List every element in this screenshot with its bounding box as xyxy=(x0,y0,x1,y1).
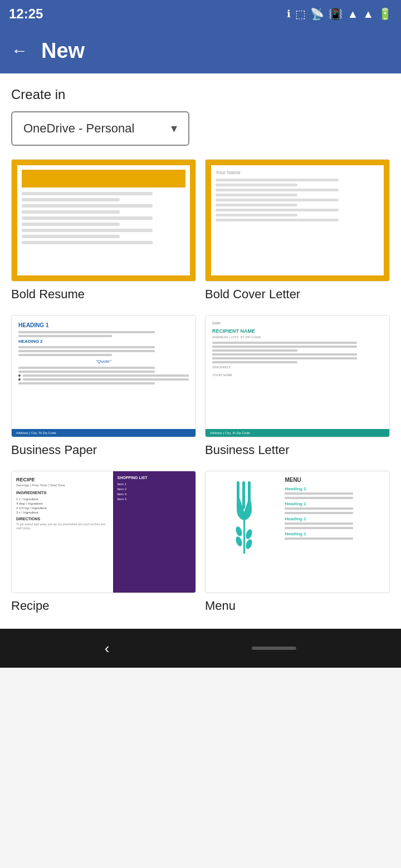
recipe-preview: RECIPE Servings | Prep Time | Total Time… xyxy=(11,471,196,593)
chevron-down-icon: ▾ xyxy=(171,121,177,136)
bold-cover-preview: Your Name xyxy=(205,159,390,282)
recipe-label: Recipe xyxy=(11,599,196,615)
signal-icon: ℹ xyxy=(287,8,291,20)
business-letter-preview: Date RECIPIENT NAME ADDRESS | CITY, ST Z… xyxy=(205,315,390,437)
svg-point-5 xyxy=(234,536,243,547)
screenshot-icon: ⬚ xyxy=(295,7,306,21)
status-icons: ℹ ⬚ 📡 📳 ▲ ▲ 🔋 xyxy=(287,7,392,21)
svg-point-6 xyxy=(244,539,253,550)
status-bar: 12:25 ℹ ⬚ 📡 📳 ▲ ▲ 🔋 xyxy=(0,0,401,28)
cast-icon: 📡 xyxy=(310,7,324,21)
business-letter-label: Business Letter xyxy=(205,443,390,460)
menu-preview: MENU Heading 1 Heading 1 Heading 1 Headi… xyxy=(205,471,390,593)
battery-icon: 🔋 xyxy=(378,7,392,21)
template-menu[interactable]: MENU Heading 1 Heading 1 Heading 1 Headi… xyxy=(205,471,390,615)
wifi-icon: ▲ xyxy=(347,8,358,21)
location-dropdown[interactable]: OneDrive - Personal ▾ xyxy=(11,111,189,146)
home-indicator[interactable] xyxy=(252,647,296,650)
svg-point-3 xyxy=(234,526,243,537)
bold-resume-preview xyxy=(11,159,196,282)
vibrate-icon: 📳 xyxy=(329,7,343,21)
template-business-letter[interactable]: Date RECIPIENT NAME ADDRESS | CITY, ST Z… xyxy=(205,315,390,460)
template-bold-cover-letter[interactable]: Your Name Bold Cover Letter xyxy=(205,159,390,304)
business-paper-label: Business Paper xyxy=(11,443,196,460)
status-time: 12:25 xyxy=(9,6,43,22)
location-text: OneDrive - Personal xyxy=(23,121,134,136)
svg-point-4 xyxy=(244,529,253,540)
signal-bars-icon: ▲ xyxy=(363,8,374,21)
bottom-nav-bar: ‹ xyxy=(0,629,401,668)
bold-cover-label: Bold Cover Letter xyxy=(205,287,390,304)
template-recipe[interactable]: RECIPE Servings | Prep Time | Total Time… xyxy=(11,471,196,615)
content-area: Create in OneDrive - Personal ▾ xyxy=(0,73,401,629)
back-button[interactable]: ← xyxy=(11,41,28,60)
templates-grid: Bold Resume Your Name xyxy=(11,159,390,615)
header: ← New xyxy=(0,28,401,73)
create-in-label: Create in xyxy=(11,87,390,102)
bold-resume-label: Bold Resume xyxy=(11,287,196,304)
page-title: New xyxy=(41,39,85,63)
business-paper-preview: HEADING 1 HEADING 2 "Quote" xyxy=(11,315,196,437)
template-business-paper[interactable]: HEADING 1 HEADING 2 "Quote" xyxy=(11,315,196,460)
back-nav-button[interactable]: ‹ xyxy=(105,640,110,657)
template-bold-resume[interactable]: Bold Resume xyxy=(11,159,196,304)
svg-rect-1 xyxy=(242,481,245,509)
menu-label: Menu xyxy=(205,599,390,615)
fork-icon xyxy=(232,481,260,559)
